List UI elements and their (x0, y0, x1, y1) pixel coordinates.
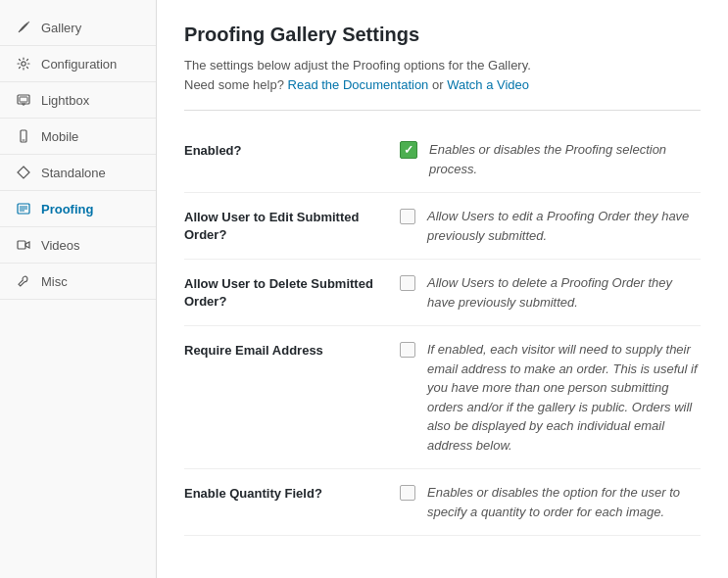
sidebar-item-proofing[interactable]: Proofing (0, 191, 156, 227)
sidebar-item-lightbox[interactable]: Lightbox (0, 82, 156, 119)
checkbox-quantity-field[interactable] (400, 485, 415, 501)
sidebar: Gallery Configuration Lightbox (0, 0, 157, 578)
checkbox-require-email[interactable] (400, 342, 415, 358)
description-text-2: Need some help? (184, 77, 284, 92)
settings-label-allow-delete: Allow User to Delete Submitted Order? (184, 273, 400, 311)
sidebar-label-videos: Videos (41, 238, 80, 253)
diamond-icon (16, 165, 31, 180)
sidebar-label-mobile: Mobile (41, 129, 78, 144)
video-icon (16, 237, 31, 253)
description-text-1: The settings below adjust the Proofing o… (184, 58, 531, 72)
main-content: Proofing Gallery Settings The settings b… (157, 0, 728, 578)
settings-table: Enabled? Enables or disables the Proofin… (184, 126, 701, 536)
gear-icon (16, 56, 31, 72)
settings-control-quantity-field: Enables or disables the option for the u… (400, 483, 701, 521)
svg-rect-13 (18, 241, 25, 249)
settings-desc-allow-delete: Allow Users to delete a Proofing Order t… (427, 273, 701, 312)
sidebar-item-standalone[interactable]: Standalone (0, 155, 156, 191)
sidebar-label-standalone: Standalone (41, 166, 106, 180)
lightbox-icon (16, 92, 31, 108)
svg-marker-14 (25, 242, 29, 248)
description-or: or (432, 77, 444, 92)
settings-label-quantity-field: Enable Quantity Field? (184, 483, 400, 503)
sidebar-label-misc: Misc (41, 274, 68, 289)
header-divider (184, 110, 701, 111)
settings-label-allow-edit: Allow User to Edit Submitted Order? (184, 207, 400, 244)
settings-control-allow-edit: Allow Users to edit a Proofing Order the… (400, 207, 701, 245)
checkbox-allow-delete[interactable] (400, 275, 415, 291)
settings-row-quantity-field: Enable Quantity Field? Enables or disabl… (184, 469, 701, 536)
sidebar-item-gallery[interactable]: Gallery (0, 10, 156, 46)
page-title: Proofing Gallery Settings (184, 24, 701, 46)
settings-control-allow-delete: Allow Users to delete a Proofing Order t… (400, 273, 701, 312)
proofing-icon (16, 201, 31, 217)
checkbox-allow-edit[interactable] (400, 209, 415, 224)
svg-rect-3 (20, 97, 27, 102)
settings-label-enabled: Enabled? (184, 140, 400, 160)
sidebar-item-mobile[interactable]: Mobile (0, 119, 156, 155)
sidebar-item-misc[interactable]: Misc (0, 264, 156, 300)
settings-desc-enabled: Enables or disables the Proofing selecti… (429, 140, 701, 178)
docs-link[interactable]: Read the Documentation (288, 77, 429, 92)
settings-row-require-email: Require Email Address If enabled, each v… (184, 326, 701, 469)
settings-control-enabled: Enables or disables the Proofing selecti… (400, 140, 701, 178)
leaf-icon (16, 20, 31, 35)
settings-desc-quantity-field: Enables or disables the option for the u… (427, 483, 701, 521)
sidebar-label-configuration: Configuration (41, 57, 117, 72)
settings-row-allow-edit: Allow User to Edit Submitted Order? Allo… (184, 193, 701, 260)
sidebar-item-videos[interactable]: Videos (0, 227, 156, 264)
page-description: The settings below adjust the Proofing o… (184, 56, 701, 94)
sidebar-label-proofing: Proofing (41, 202, 93, 217)
mobile-icon (16, 128, 31, 144)
sidebar-label-gallery: Gallery (41, 21, 81, 35)
settings-label-require-email: Require Email Address (184, 340, 400, 360)
checkbox-enabled[interactable] (400, 141, 417, 159)
sidebar-item-configuration[interactable]: Configuration (0, 46, 156, 82)
sidebar-label-lightbox: Lightbox (41, 93, 89, 108)
video-link[interactable]: Watch a Video (447, 77, 529, 92)
settings-desc-allow-edit: Allow Users to edit a Proofing Order the… (427, 207, 701, 245)
settings-control-require-email: If enabled, each visitor will need to su… (400, 340, 701, 455)
settings-desc-require-email: If enabled, each visitor will need to su… (427, 340, 701, 455)
settings-row-allow-delete: Allow User to Delete Submitted Order? Al… (184, 260, 701, 326)
wrench-icon (16, 273, 31, 289)
settings-row-enabled: Enabled? Enables or disables the Proofin… (184, 126, 701, 193)
svg-point-1 (22, 62, 25, 66)
svg-marker-8 (18, 167, 29, 178)
